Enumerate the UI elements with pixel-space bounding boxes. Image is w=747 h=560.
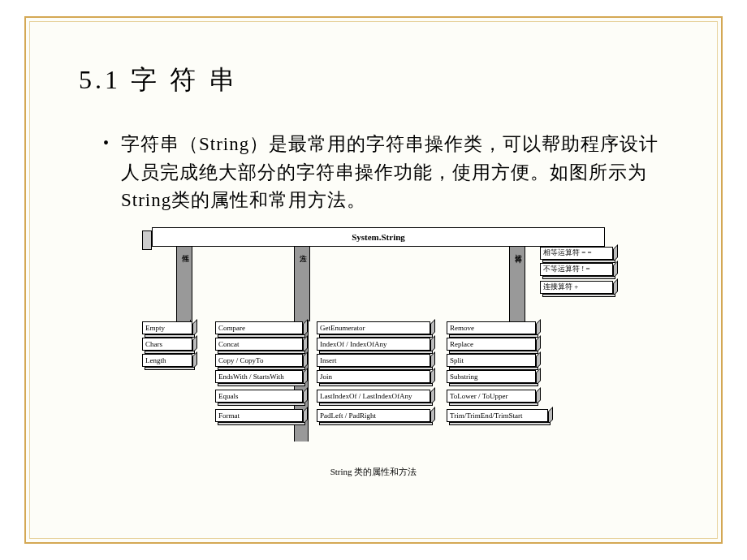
m-join: Join <box>317 370 430 383</box>
diagram-header-wrap: System.String <box>142 227 605 247</box>
slide-frame: 5.1 字 符 串 • 字符串（String）是最常用的字符串操作类，可以帮助程… <box>24 16 723 544</box>
prop-length: Length <box>142 354 192 367</box>
m-trim: Trim/TrimEnd/TrimStart <box>447 409 548 422</box>
m-ends: EndsWith / StartsWith <box>215 370 303 383</box>
m-copy: Copy / CopyTo <box>215 354 303 367</box>
m-indexof: IndexOf / IndexOfAny <box>317 338 430 351</box>
pillar-label-properties: 属性 <box>179 248 191 250</box>
body-text: 字符串（String）是最常用的字符串操作类，可以帮助程序设计人员完成绝大部分的… <box>121 131 668 215</box>
prop-empty: Empty <box>142 321 192 334</box>
pillar-row: 属性 方法 运算符 相等运算符 = = <box>152 247 605 321</box>
pillar-label-operators: 运算符 <box>512 248 524 251</box>
methods-col3: Remove Replace Split Substring <box>447 321 548 424</box>
methods-col2: GetEnumerator IndexOf / IndexOfAny Inser… <box>317 321 430 424</box>
pillar-properties: 属性 <box>176 247 192 321</box>
prop-chars: Chars <box>142 338 192 351</box>
operator-group: 相等运算符 = = 不等运算符 ! = 连接算符 + <box>540 247 613 295</box>
m-compare: Compare <box>215 321 303 334</box>
op-neq: 不等运算符 ! = <box>540 263 613 276</box>
header-shadow <box>142 230 152 250</box>
m-split: Split <box>447 354 536 367</box>
op-eq-label: 相等运算符 = = <box>540 247 613 260</box>
m-tolower: ToLower / ToUpper <box>447 390 536 403</box>
m-substring: Substring <box>447 370 536 383</box>
op-concat-label: 连接算符 + <box>540 281 613 294</box>
inner-frame: 5.1 字 符 串 • 字符串（String）是最常用的字符串操作类，可以帮助程… <box>29 21 718 539</box>
m-padleft: PadLeft / PadRight <box>317 409 430 422</box>
m-equals: Equals <box>215 390 303 403</box>
pillar-methods: 方法 <box>294 247 310 321</box>
m-replace: Replace <box>447 338 536 351</box>
diagram-header: System.String <box>152 227 605 247</box>
props-column: Empty Chars Length <box>142 321 192 368</box>
m-concat: Concat <box>215 338 303 351</box>
pillar-operators: 运算符 <box>509 247 525 321</box>
m-format: Format <box>215 409 303 422</box>
pillar-label-methods: 方法 <box>297 248 309 250</box>
op-neq-label: 不等运算符 ! = <box>540 263 613 276</box>
op-concat: 连接算符 + <box>540 281 613 294</box>
bullet-section: • 字符串（String）是最常用的字符串操作类，可以帮助程序设计人员完成绝大部… <box>103 131 668 215</box>
diagram: System.String 属性 方法 运算符 相等运算符 = = <box>142 227 605 478</box>
m-getenum: GetEnumerator <box>317 321 430 334</box>
diagram-caption: String 类的属性和方法 <box>142 466 605 478</box>
bullet-icon: • <box>103 134 109 153</box>
content-area: 5.1 字 符 串 • 字符串（String）是最常用的字符串操作类，可以帮助程… <box>30 22 717 494</box>
methods-col1: Compare Concat Copy / CopyTo EndsWi <box>215 321 303 424</box>
m-lastindex: LastIndexOf / LastIndexOfAny <box>317 390 430 403</box>
m-insert: Insert <box>317 354 430 367</box>
m-remove: Remove <box>447 321 536 334</box>
shelf-area: Empty Chars Length <box>142 321 605 459</box>
slide-title: 5.1 字 符 串 <box>79 62 668 98</box>
op-eq: 相等运算符 = = <box>540 247 613 260</box>
